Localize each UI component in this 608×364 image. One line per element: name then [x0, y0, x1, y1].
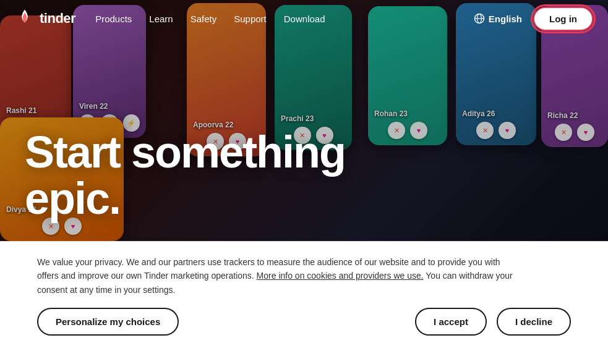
nav-learn[interactable]: Learn	[149, 14, 173, 24]
logo-text: tinder	[40, 11, 75, 27]
decline-button[interactable]: I decline	[497, 308, 571, 336]
site-header: tinder Products Learn Safety Support Dow…	[0, 0, 608, 37]
cookie-banner: We value your privacy. We and our partne…	[0, 241, 608, 364]
nav-products[interactable]: Products	[95, 14, 132, 24]
cookie-buttons: Personalize my choices I accept I declin…	[37, 308, 571, 336]
accept-button[interactable]: I accept	[415, 308, 487, 336]
nav-support[interactable]: Support	[234, 14, 267, 24]
nav-safety[interactable]: Safety	[191, 14, 217, 24]
login-button[interactable]: Log in	[533, 7, 593, 31]
language-selector[interactable]: English	[474, 13, 522, 24]
language-label: English	[489, 14, 522, 24]
header-right: English Log in	[474, 7, 593, 31]
globe-icon	[474, 13, 485, 24]
cookie-more-info-link[interactable]: More info on cookies and providers we us…	[257, 271, 424, 281]
tinder-flame-icon	[15, 9, 35, 28]
personalize-choices-button[interactable]: Personalize my choices	[37, 308, 179, 336]
main-nav: Products Learn Safety Support Download	[95, 14, 474, 24]
nav-download[interactable]: Download	[284, 14, 325, 24]
hero-headline: Start something epic.	[25, 129, 583, 222]
cookie-text: We value your privacy. We and our partne…	[37, 255, 520, 297]
logo-area: tinder	[15, 9, 75, 28]
